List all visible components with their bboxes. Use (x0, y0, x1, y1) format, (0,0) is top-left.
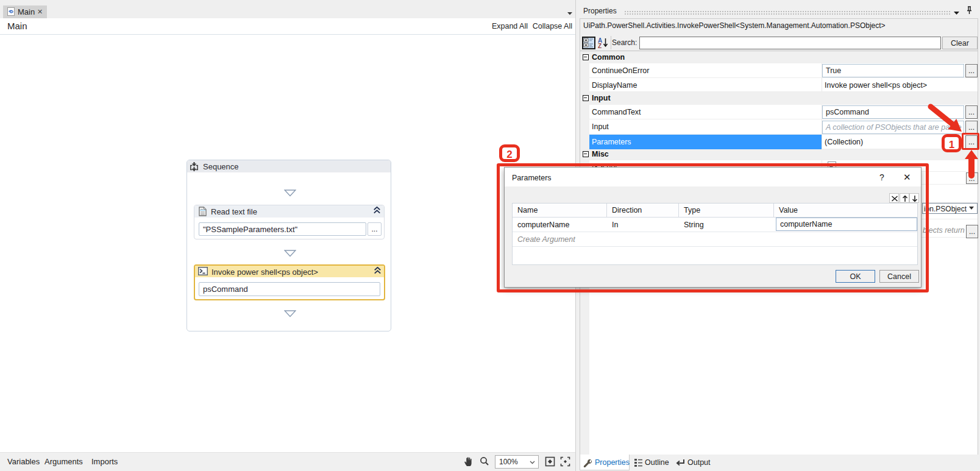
svg-text:Z: Z (598, 43, 602, 49)
